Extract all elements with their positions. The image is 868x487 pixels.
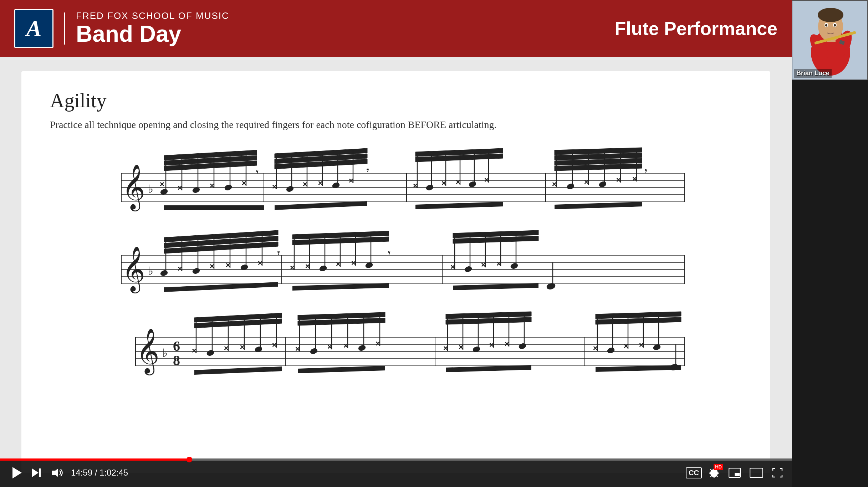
svg-text:×: × [624, 342, 628, 350]
svg-text:×: × [290, 263, 295, 272]
svg-point-105 [240, 264, 249, 271]
svg-point-99 [192, 267, 200, 275]
svg-marker-212 [298, 366, 385, 373]
svg-rect-220 [735, 473, 740, 476]
university-logo: A [14, 9, 53, 48]
svg-marker-140 [453, 283, 538, 290]
svg-marker-138 [164, 282, 278, 292]
music-staff-3: 𝄞 ♭ 6 8 × × [50, 309, 742, 380]
svg-text:×: × [303, 180, 307, 189]
music-notation-area: 𝄞 ♭ × × [50, 145, 742, 380]
svg-point-166 [254, 346, 263, 353]
settings-button[interactable]: HD [707, 466, 721, 480]
skip-next-icon [31, 467, 42, 478]
svg-text:×: × [616, 175, 621, 184]
svg-text:×: × [484, 175, 489, 184]
svg-text:×: × [459, 343, 463, 352]
svg-text:♭: ♭ [148, 265, 153, 277]
svg-point-230 [825, 24, 827, 27]
svg-text:×: × [240, 343, 245, 352]
svg-text:×: × [441, 179, 446, 188]
ua-logo-text: A [26, 15, 42, 42]
svg-text:×: × [496, 259, 501, 268]
svg-point-50 [425, 184, 434, 191]
svg-text:𝄞: 𝄞 [136, 329, 159, 376]
header-divider [64, 12, 65, 45]
webcam-panel: Brian Luce [792, 0, 868, 487]
slide-title: Agility [50, 89, 742, 112]
volume-button[interactable] [49, 465, 66, 480]
presenter-name-label: Brian Luce [794, 69, 832, 78]
theater-mode-button[interactable] [748, 466, 765, 480]
music-staff-1: 𝄞 ♭ × × [50, 145, 742, 216]
current-time: 14:59 [71, 468, 92, 477]
svg-text:♭: ♭ [162, 347, 168, 359]
svg-text:𝄞: 𝄞 [122, 247, 145, 294]
svg-point-35 [286, 185, 294, 193]
webcam-feed: Brian Luce [792, 0, 868, 80]
volume-icon [51, 467, 64, 478]
svg-text:8: 8 [173, 352, 180, 368]
svg-text:×: × [258, 258, 262, 267]
svg-text:×: × [489, 340, 494, 349]
svg-point-116 [319, 265, 327, 272]
progress-dot [187, 457, 192, 462]
svg-text:×: × [336, 260, 341, 268]
svg-point-180 [358, 344, 366, 352]
svg-marker-211 [194, 366, 282, 375]
svg-point-66 [566, 183, 575, 190]
skip-next-button[interactable] [29, 465, 44, 480]
theater-icon [750, 468, 763, 478]
svg-text:×: × [413, 181, 418, 190]
fullscreen-button[interactable] [770, 466, 785, 480]
svg-text:♭: ♭ [148, 183, 153, 195]
music-staff-2: 𝄞 ♭ × × [50, 227, 742, 298]
event-title: Band Day [76, 21, 229, 46]
svg-marker-76 [164, 205, 264, 210]
svg-rect-216 [39, 468, 41, 477]
time-display: 14:59 / 1:02:45 [71, 468, 128, 478]
svg-text:×: × [272, 340, 277, 349]
header-text-block: FRED FOX SCHOOL OF MUSIC Band Day [76, 10, 229, 46]
video-player: A FRED FOX SCHOOL OF MUSIC Band Day Flut… [0, 0, 792, 487]
svg-text:×: × [178, 264, 182, 273]
cc-button[interactable]: CC [686, 467, 702, 478]
slide-instruction: Practice all technique opening and closi… [50, 119, 742, 130]
svg-point-56 [468, 181, 477, 188]
svg-text:×: × [632, 174, 637, 183]
time-separator: / [92, 468, 99, 477]
svg-point-25 [224, 184, 233, 191]
svg-text:×: × [327, 342, 332, 351]
svg-rect-221 [750, 468, 763, 477]
school-name: FRED FOX SCHOOL OF MUSIC [76, 10, 229, 21]
video-controls: 14:59 / 1:02:45 CC HD [0, 458, 792, 487]
fullscreen-icon [772, 468, 783, 478]
svg-marker-215 [32, 468, 39, 477]
sidebar-dark-space [792, 80, 868, 487]
svg-text:6: 6 [173, 338, 180, 354]
svg-point-70 [598, 181, 607, 188]
svg-marker-77 [275, 201, 367, 210]
svg-text:×: × [305, 262, 310, 271]
progress-bar-container[interactable] [0, 458, 792, 461]
svg-point-129 [464, 266, 473, 273]
main-content-area: Agility Practice all technique opening a… [0, 57, 792, 487]
svg-text:×: × [456, 178, 460, 186]
svg-text:×: × [192, 346, 196, 355]
svg-text:×: × [210, 262, 214, 271]
svg-text:×: × [226, 261, 230, 270]
svg-text:×: × [351, 258, 356, 267]
miniplayer-button[interactable] [727, 466, 742, 480]
svg-text:×: × [318, 179, 323, 188]
svg-text:×: × [376, 339, 380, 348]
play-button[interactable] [11, 465, 24, 480]
svg-point-122 [365, 262, 373, 269]
svg-point-202 [607, 347, 615, 354]
svg-text:×: × [481, 260, 486, 269]
svg-text:×: × [584, 178, 589, 186]
svg-point-231 [834, 24, 836, 27]
svg-text:𝄞: 𝄞 [122, 165, 145, 212]
svg-point-135 [510, 262, 519, 270]
play-icon [12, 467, 22, 478]
svg-text:×: × [349, 176, 353, 185]
